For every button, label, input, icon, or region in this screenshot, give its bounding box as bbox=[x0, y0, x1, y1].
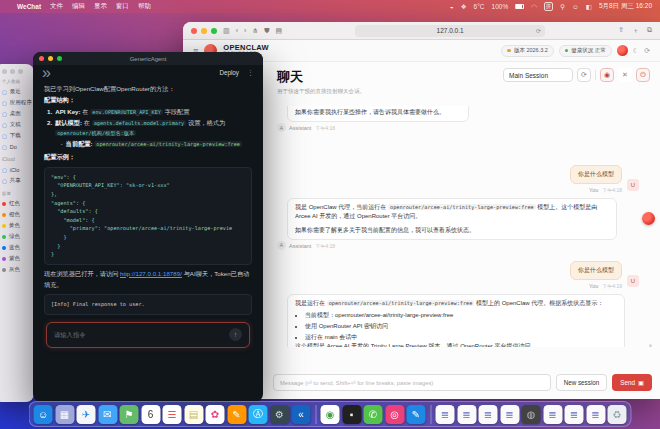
finder-sidebar-item[interactable]: ▢应用程序 bbox=[2, 97, 34, 108]
finder-sidebar-item[interactable]: 蓝色 bbox=[2, 242, 34, 253]
folder-icon: ▢ bbox=[2, 100, 7, 106]
dock-dark-app[interactable]: ▪ bbox=[342, 405, 361, 424]
browser-traffic-lights[interactable] bbox=[191, 28, 217, 34]
dock-minimized-window-3[interactable]: ≣ bbox=[479, 405, 498, 424]
search-icon[interactable]: ⚲ bbox=[560, 3, 565, 11]
message-text: 你是什么模型 bbox=[570, 261, 622, 280]
active-app-name[interactable]: WeChat bbox=[17, 3, 41, 10]
dock-maps[interactable]: ⚑ bbox=[120, 405, 139, 424]
finder-window[interactable]: 个人收藏▢最近▢应用程序▢桌面▢文稿▢下载▢DoiCloud▢iClo▢共享标签… bbox=[0, 64, 34, 402]
finder-sidebar-item[interactable]: ▢Do bbox=[2, 141, 34, 152]
input-method-icon[interactable]: 拼 bbox=[544, 2, 554, 11]
user-avatar[interactable] bbox=[617, 45, 628, 56]
finder-sidebar-item[interactable]: 红色 bbox=[2, 198, 34, 209]
finder-sidebar-item[interactable]: 紫色 bbox=[2, 253, 34, 264]
dock-mail[interactable]: ✉ bbox=[98, 405, 117, 424]
menu-bar-clock[interactable]: 5月8日 周三 16:20 bbox=[599, 2, 652, 11]
extension-icon-1[interactable]: ⋔ bbox=[252, 27, 258, 35]
dock-minimized-window-6[interactable]: ≣ bbox=[565, 405, 584, 424]
finder-sidebar-item[interactable]: 橙色 bbox=[2, 209, 34, 220]
dock: ☺▦✈✉⚑6☰▤✿✎Ⓐ⚙«◉▪✆◎✎≣≣≣≣◍≣≣≣♻ bbox=[29, 401, 632, 427]
send-button[interactable]: Send ▣ bbox=[612, 374, 652, 391]
reload-icon[interactable]: ⟳ bbox=[536, 27, 541, 34]
display-icon[interactable]: ❖ bbox=[461, 3, 467, 11]
scrollbar-thumb[interactable] bbox=[649, 344, 652, 347]
wifi-icon[interactable]: ◠ bbox=[531, 3, 537, 11]
finder-sidebar-item[interactable]: 黄色 bbox=[2, 220, 34, 231]
user-switch-icon[interactable]: ☺ bbox=[572, 3, 579, 10]
debug-button[interactable]: ◉ bbox=[600, 68, 614, 82]
theme-toggle-icon[interactable]: ☾ bbox=[633, 47, 639, 55]
message-input[interactable] bbox=[273, 374, 551, 391]
menu-file[interactable]: 文件 bbox=[50, 2, 63, 11]
openclaw-logo-floating[interactable] bbox=[642, 212, 655, 225]
dock-reminders[interactable]: ☰ bbox=[163, 405, 182, 424]
dock-notes[interactable]: ▤ bbox=[184, 405, 203, 424]
message-list[interactable]: ⋯ 如果你需要我执行某些操作，请告诉我具体需要做什么。 A Assistant … bbox=[273, 106, 654, 347]
finder-sidebar-item[interactable]: ▢下载 bbox=[2, 130, 34, 141]
agent-window[interactable]: GenericAgent » Deploy ⋮ 我已学习到OpenClaw配置O… bbox=[33, 52, 263, 402]
dock-minimized-window-1[interactable]: ≣ bbox=[436, 405, 455, 424]
agent-output: 我已学习到OpenClaw配置OpenRouter的方法： 配置结构： 1. A… bbox=[33, 80, 263, 352]
agent-titlebar[interactable]: GenericAgent bbox=[33, 52, 263, 65]
dock-pages[interactable]: ✎ bbox=[227, 405, 246, 424]
new-session-button[interactable]: New session bbox=[556, 374, 608, 391]
dock-compose-app[interactable]: ✎ bbox=[407, 405, 426, 424]
dock-safari[interactable]: ✈ bbox=[77, 405, 96, 424]
back-icon[interactable]: ‹ bbox=[236, 27, 238, 34]
session-refresh-button[interactable]: ⟳ bbox=[577, 68, 591, 82]
sidebar-toggle-icon[interactable]: ▥ bbox=[223, 27, 230, 35]
refresh-icon[interactable]: ⟳ bbox=[644, 47, 650, 55]
finder-sidebar-item[interactable]: 绿色 bbox=[2, 231, 34, 242]
dock-chrome[interactable]: ◉ bbox=[321, 405, 340, 424]
menu-window[interactable]: 窗口 bbox=[116, 2, 129, 11]
finder-traffic-lights[interactable] bbox=[2, 69, 34, 74]
reader-icon[interactable]: ▤ bbox=[275, 27, 282, 35]
tab-overview-icon[interactable]: ⧉ bbox=[647, 26, 652, 36]
deploy-button[interactable]: Deploy bbox=[219, 69, 239, 76]
submit-arrow-button[interactable]: ↑ bbox=[229, 328, 242, 341]
session-select[interactable]: Main Session bbox=[503, 68, 573, 82]
weather-widget[interactable]: 6°C bbox=[474, 3, 485, 10]
collapse-icon[interactable]: » bbox=[42, 64, 51, 82]
finder-sidebar-item[interactable]: ▢最近 bbox=[2, 86, 34, 97]
finder-sidebar-item[interactable]: ▢桌面 bbox=[2, 108, 34, 119]
dock-minimized-window-2[interactable]: ≣ bbox=[457, 405, 476, 424]
vpn-shield-icon[interactable]: ◒ bbox=[450, 3, 454, 10]
finder-sidebar-item[interactable]: 灰色 bbox=[2, 264, 34, 275]
finder-sidebar-item[interactable]: ▢共享 bbox=[2, 175, 34, 186]
dock-vscode[interactable]: « bbox=[292, 405, 311, 424]
dock-music-app[interactable]: ◎ bbox=[385, 405, 404, 424]
power-button[interactable]: ⏻ bbox=[636, 68, 650, 82]
new-tab-icon[interactable]: ＋ bbox=[632, 26, 639, 36]
forward-icon[interactable]: › bbox=[244, 27, 246, 34]
local-url-link[interactable]: http://127.0.0.1:18789/ bbox=[120, 270, 182, 277]
dock-minimized-window-7[interactable]: ≣ bbox=[586, 405, 605, 424]
dock-calendar[interactable]: 6 bbox=[141, 405, 160, 424]
menu-view[interactable]: 显示 bbox=[94, 2, 107, 11]
control-center-icon[interactable]: ◧ bbox=[586, 3, 592, 11]
menu-edit[interactable]: 编辑 bbox=[72, 2, 85, 11]
overflow-menu-icon[interactable]: ⋮ bbox=[247, 69, 254, 77]
command-input[interactable]: 请输入指令 ↑ bbox=[46, 322, 250, 348]
dock-minimized-window-4[interactable]: ≣ bbox=[500, 405, 519, 424]
dock-wechat[interactable]: ✆ bbox=[364, 405, 383, 424]
finder-sidebar-item[interactable]: ▢文稿 bbox=[2, 119, 34, 130]
inline-code: agents.defaults.model.primary bbox=[92, 120, 187, 126]
dock-minimized-window-5[interactable]: ≣ bbox=[543, 405, 562, 424]
finder-sidebar-item[interactable]: ▢iClo bbox=[2, 164, 34, 175]
dock-settings-gear[interactable]: ⚙ bbox=[270, 405, 289, 424]
dock-app-store[interactable]: Ⓐ bbox=[249, 405, 268, 424]
dock-finder[interactable]: ☺ bbox=[34, 405, 53, 424]
clear-button[interactable]: ✕ bbox=[618, 68, 632, 82]
dock-launchpad[interactable]: ▦ bbox=[55, 405, 74, 424]
menu-help[interactable]: 帮助 bbox=[138, 2, 151, 11]
sender-label: Assistant bbox=[289, 243, 311, 249]
dock-photos[interactable]: ✿ bbox=[206, 405, 225, 424]
address-bar[interactable]: 127.0.0.1 ⟳ bbox=[355, 25, 545, 37]
extension-icon-2[interactable]: ⛊ bbox=[264, 27, 269, 35]
divider bbox=[595, 70, 596, 80]
dock-minimized-window-dark[interactable]: ◍ bbox=[522, 405, 541, 424]
share-icon[interactable]: ⇧ bbox=[618, 26, 624, 36]
dock-trash[interactable]: ♻ bbox=[608, 405, 627, 424]
